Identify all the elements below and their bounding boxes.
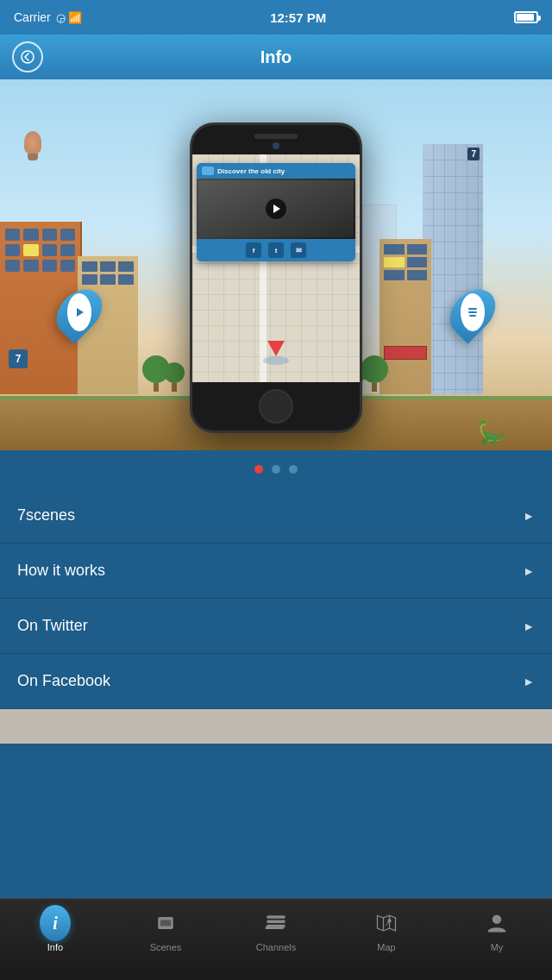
dot-3: [289, 465, 298, 474]
battery-icon: [514, 11, 538, 23]
tab-info-label: Info: [47, 942, 63, 952]
dots-indicator: [0, 450, 552, 488]
menu-item-label-on-twitter: On Twitter: [17, 617, 88, 635]
menu-item-label-on-facebook: On Facebook: [17, 672, 110, 690]
menu-item-label-7scenes: 7scenes: [17, 506, 75, 525]
twitter-icon: t: [268, 242, 284, 258]
popup-social: f t ✉: [197, 239, 355, 261]
tree-left-2: [164, 362, 185, 392]
map-pin-right: [454, 286, 492, 338]
phone-home-button: [259, 389, 293, 424]
tab-map[interactable]: Map: [331, 906, 442, 952]
carrier-label: Carrier: [14, 10, 51, 24]
header-title: Info: [260, 47, 292, 67]
tab-channels-label: Channels: [256, 942, 296, 952]
popup-title: Discover the old city: [217, 167, 285, 175]
info-tab-icon: i: [40, 908, 71, 939]
svg-rect-6: [266, 927, 284, 930]
chevron-right-icon-3: ►: [523, 619, 535, 633]
fossil-icon: 🦕: [477, 419, 505, 446]
scenes-tab-icon: [150, 908, 181, 939]
tab-info[interactable]: i Info: [0, 906, 110, 952]
status-bar: Carrier ◶ 📶 12:57 PM: [0, 0, 552, 35]
facebook-icon: f: [246, 242, 261, 258]
svg-point-0: [22, 51, 34, 63]
map-pin-left: [60, 286, 98, 338]
channels-tab-icon: [260, 908, 292, 939]
svg-rect-4: [267, 920, 285, 924]
svg-rect-5: [267, 915, 285, 919]
menu-item-label-how-it-works: How it works: [17, 562, 105, 580]
hot-air-balloon: [24, 131, 41, 160]
tab-scenes-label: Scenes: [150, 942, 182, 952]
building-right-tall: 7: [423, 144, 483, 394]
menu-spacer: [0, 709, 552, 744]
tab-channels[interactable]: Channels: [221, 906, 331, 952]
svg-point-11: [492, 914, 502, 924]
svg-point-9: [387, 919, 391, 922]
map-tab-icon: [371, 908, 402, 939]
chevron-right-icon-1: ►: [523, 509, 535, 523]
info-circle: i: [40, 905, 71, 941]
status-bar-left: Carrier ◶ 📶: [14, 10, 82, 24]
my-tab-icon: [481, 908, 512, 939]
phone-speaker: [254, 134, 298, 139]
map-marker: [263, 341, 289, 365]
phone-popup: Discover the old city f t ✉: [197, 163, 355, 261]
menu-item-how-it-works[interactable]: How it works ►: [0, 543, 552, 599]
menu-item-7scenes[interactable]: 7scenes ►: [0, 488, 552, 543]
chevron-right-icon-2: ►: [523, 564, 535, 578]
header: Info: [0, 35, 552, 79]
tab-map-label: Map: [377, 942, 395, 952]
dot-2: [272, 465, 280, 474]
status-bar-time: 12:57 PM: [270, 10, 326, 25]
play-button[interactable]: [266, 198, 286, 219]
tab-my[interactable]: My: [442, 906, 552, 952]
phone-camera: [273, 142, 279, 149]
hero-section: 7 7: [0, 79, 552, 450]
tab-bar: i Info Scenes: [0, 898, 552, 980]
svg-rect-2: [160, 920, 171, 927]
svg-line-10: [386, 922, 388, 926]
phone-mockup: Discover the old city f t ✉: [190, 122, 362, 433]
dot-1: [254, 465, 263, 474]
tab-my-label: My: [491, 942, 504, 952]
menu-item-on-facebook[interactable]: On Facebook ►: [0, 654, 552, 709]
status-bar-right: [514, 11, 538, 23]
tab-scenes[interactable]: Scenes: [110, 906, 221, 952]
phone-screen: Discover the old city f t ✉: [192, 154, 360, 382]
wifi-icon: ◶ 📶: [56, 11, 83, 24]
chevron-right-icon-4: ►: [523, 675, 535, 688]
menu-item-on-twitter[interactable]: On Twitter ►: [0, 599, 552, 654]
message-icon: ✉: [291, 242, 306, 258]
back-button[interactable]: [12, 41, 43, 72]
popup-video: [197, 179, 355, 239]
